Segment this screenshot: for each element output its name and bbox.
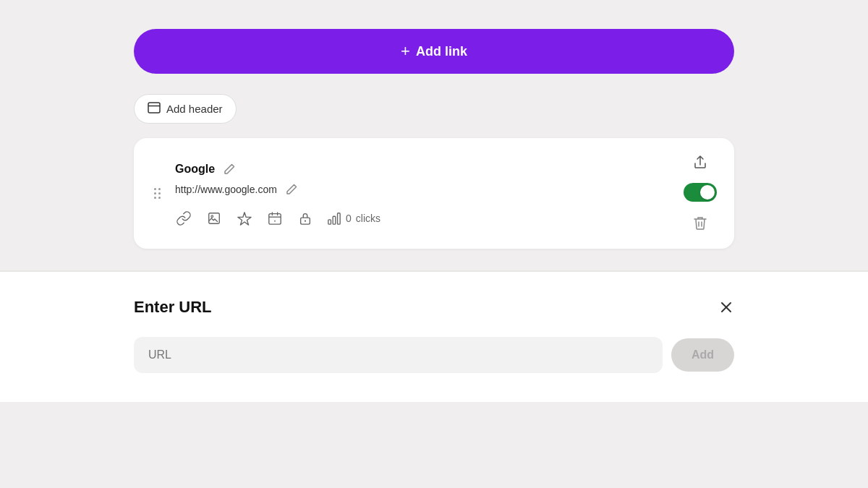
add-link-label: Add link xyxy=(416,44,467,59)
svg-rect-2 xyxy=(209,213,220,223)
enter-url-section: Enter URL Add xyxy=(0,272,868,402)
schedule-icon-button[interactable] xyxy=(266,210,284,227)
star-icon-button[interactable] xyxy=(236,210,253,227)
svg-rect-11 xyxy=(328,219,331,223)
toggle-active[interactable] xyxy=(684,183,717,202)
delete-button[interactable] xyxy=(692,215,708,233)
clicks-display: 0 clicks xyxy=(327,211,380,226)
add-header-label: Add header xyxy=(166,103,223,115)
svg-rect-4 xyxy=(269,213,281,224)
close-icon xyxy=(718,299,734,315)
close-button[interactable] xyxy=(718,299,734,315)
edit-title-button[interactable] xyxy=(221,160,238,178)
url-input-row: Add xyxy=(134,337,734,373)
share-button[interactable] xyxy=(692,154,708,170)
svg-rect-0 xyxy=(148,103,160,113)
lock-icon-button[interactable] xyxy=(297,210,314,227)
url-input[interactable] xyxy=(134,337,663,373)
clicks-count: 0 xyxy=(346,213,352,224)
modal-title: Enter URL xyxy=(134,298,212,317)
chart-icon xyxy=(327,211,341,226)
plus-icon: + xyxy=(401,42,410,61)
link-card: Google http://www.google.com xyxy=(134,138,734,249)
card-title-row: Google xyxy=(175,160,672,178)
image-icon-button[interactable] xyxy=(205,210,223,227)
svg-point-8 xyxy=(274,220,276,221)
add-link-button[interactable]: + Add link xyxy=(134,29,734,74)
url-add-button[interactable]: Add xyxy=(671,338,734,372)
clicks-text: clicks xyxy=(356,213,380,224)
svg-point-3 xyxy=(211,215,213,217)
card-url-row: http://www.google.com xyxy=(175,181,672,198)
card-url: http://www.google.com xyxy=(175,184,277,195)
add-header-button[interactable]: Add header xyxy=(134,94,237,124)
modal-header: Enter URL xyxy=(134,298,734,317)
top-section: + Add link Add header Google xyxy=(0,0,868,270)
card-actions xyxy=(684,154,717,233)
card-title: Google xyxy=(175,163,215,176)
card-content: Google http://www.google.com xyxy=(175,160,672,227)
card-icons-row: 0 clicks xyxy=(175,210,672,227)
svg-point-10 xyxy=(305,220,306,221)
header-icon xyxy=(148,102,161,116)
svg-rect-12 xyxy=(333,216,336,224)
edit-url-button[interactable] xyxy=(283,181,300,198)
drag-handle[interactable] xyxy=(151,185,163,202)
link-icon-button[interactable] xyxy=(175,210,192,227)
svg-rect-13 xyxy=(338,213,341,223)
